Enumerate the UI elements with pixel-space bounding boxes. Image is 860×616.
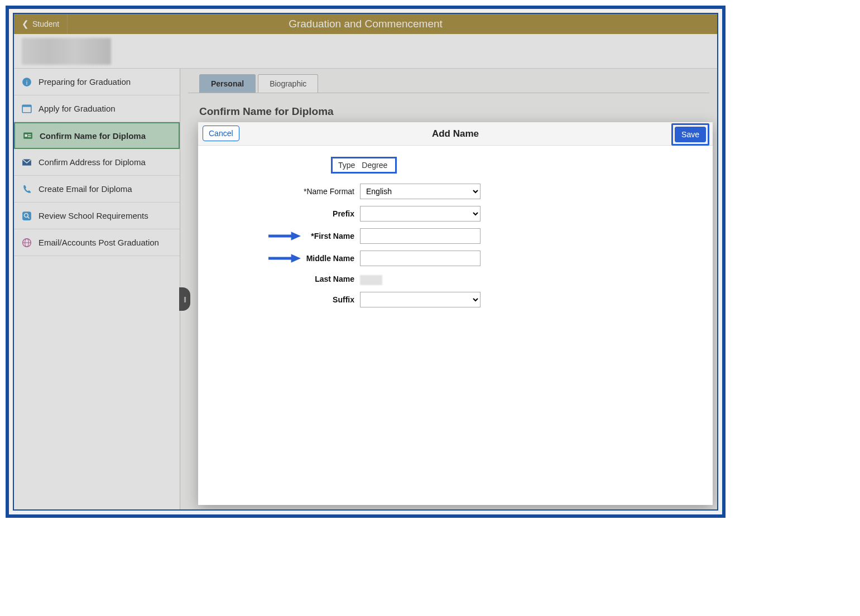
avatar (22, 38, 111, 65)
suffix-label: Suffix (198, 295, 360, 304)
suffix-select[interactable] (360, 292, 481, 307)
cancel-button[interactable]: Cancel (203, 126, 239, 141)
svg-text:i: i (26, 79, 28, 85)
sidebar-collapse-handle[interactable]: || (179, 287, 190, 311)
form-icon (22, 104, 32, 114)
profile-strip (14, 34, 717, 69)
svg-rect-6 (28, 134, 31, 136)
type-value: Degree (362, 161, 387, 170)
sidebar-item-label: Email/Accounts Post Graduation (39, 238, 159, 247)
modal-title: Add Name (432, 128, 479, 139)
last-name-value (360, 275, 382, 285)
sidebar-item-label: Confirm Address for Diploma (39, 157, 146, 167)
sidebar-item-label: Preparing for Graduation (39, 77, 131, 86)
tabs: Personal Biographic (188, 74, 709, 93)
search-icon (22, 211, 32, 221)
back-label: Student (32, 20, 59, 28)
save-button[interactable]: Save (675, 127, 706, 142)
mail-icon (22, 157, 32, 167)
globe-icon (22, 238, 32, 248)
prefix-label: Prefix (198, 209, 360, 218)
tab-personal[interactable]: Personal (199, 74, 256, 93)
sidebar-item-confirm-name[interactable]: Confirm Name for Diploma (14, 122, 180, 149)
page-title: Graduation and Commencement (14, 18, 717, 30)
chevron-left-icon: ❮ (22, 19, 29, 29)
phone-icon (22, 184, 32, 194)
sidebar-item-preparing[interactable]: i Preparing for Graduation (14, 69, 180, 95)
svg-marker-16 (291, 232, 301, 240)
sidebar-item-create-email[interactable]: Create Email for Diploma (14, 176, 180, 203)
arrow-middle-name (268, 254, 301, 263)
section-heading: Confirm Name for Diploma (188, 93, 709, 122)
topbar: ❮ Student Graduation and Commencement (14, 14, 717, 34)
svg-rect-3 (22, 105, 31, 107)
back-button[interactable]: ❮ Student (14, 14, 68, 34)
arrow-first-name (268, 232, 301, 240)
sidebar-item-confirm-address[interactable]: Confirm Address for Diploma (14, 149, 180, 176)
sidebar-item-apply[interactable]: Apply for Graduation (14, 95, 180, 122)
name-format-select[interactable]: English (360, 184, 481, 199)
sidebar-item-review[interactable]: Review School Requirements (14, 203, 180, 229)
sidebar-item-post-grad[interactable]: Email/Accounts Post Graduation (14, 229, 180, 256)
type-highlight: Type Degree (331, 157, 397, 174)
sidebar: i Preparing for Graduation Apply for Gra… (14, 69, 180, 509)
card-icon (23, 131, 33, 141)
svg-rect-5 (25, 134, 27, 137)
save-highlight: Save (671, 123, 709, 146)
tab-biographic[interactable]: Biographic (258, 74, 318, 93)
sidebar-item-label: Review School Requirements (39, 211, 148, 220)
last-name-label: Last Name (198, 275, 360, 283)
svg-marker-18 (291, 254, 301, 262)
sidebar-item-label: Create Email for Diploma (39, 184, 132, 194)
svg-rect-7 (28, 136, 31, 137)
name-format-label: *Name Format (198, 187, 360, 196)
add-name-modal: Cancel Add Name Save Type Degree *Name F… (198, 122, 713, 505)
sidebar-item-label: Apply for Graduation (39, 104, 116, 113)
modal-header: Cancel Add Name Save (198, 122, 713, 146)
sidebar-item-label: Confirm Name for Diploma (40, 131, 146, 141)
prefix-select[interactable] (360, 206, 481, 222)
type-label: Type (338, 161, 355, 170)
info-icon: i (22, 77, 32, 87)
first-name-input[interactable] (360, 228, 481, 244)
svg-rect-9 (22, 211, 31, 220)
middle-name-input[interactable] (360, 251, 481, 266)
